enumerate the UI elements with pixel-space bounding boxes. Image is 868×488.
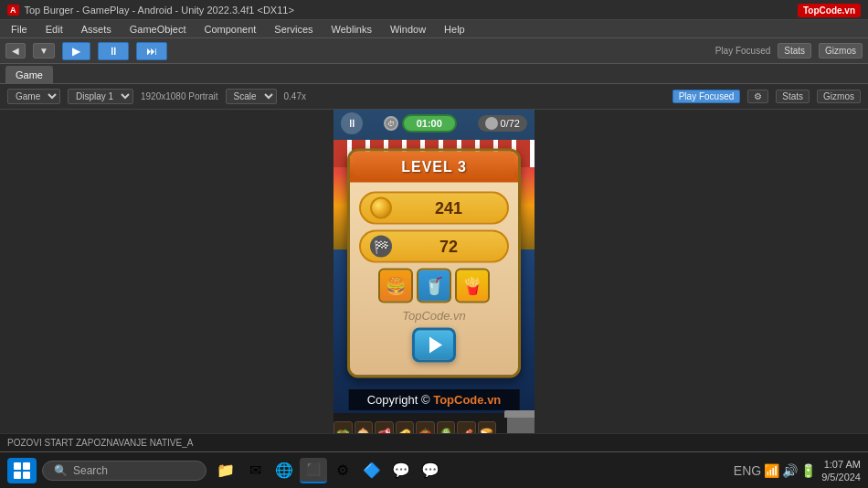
scale-value: 0.47x <box>284 91 306 101</box>
game-tabs: Game <box>0 64 868 84</box>
menu-help[interactable]: Help <box>440 22 469 37</box>
title-bar-left: A Top Burger - GamePlay - Android - Unit… <box>7 5 294 16</box>
taskbar-discord-icon[interactable]: 💬 <box>417 458 444 483</box>
scale-select[interactable]: Scale <box>226 89 277 104</box>
display-number-select[interactable]: Display 1 <box>68 89 133 104</box>
taskbar-chat-icon[interactable]: 💬 <box>387 458 415 483</box>
watermark-text: TopCode.vn <box>350 309 518 323</box>
coin-stat-row: 241 <box>359 192 509 225</box>
play-focused-button[interactable]: Play Focused <box>672 90 741 103</box>
timer-display: 01:00 <box>402 114 457 133</box>
title-bar-logo: A <box>7 5 19 16</box>
menu-services[interactable]: Services <box>270 22 316 37</box>
title-bar-title: Top Burger - GamePlay - Android - Unity … <box>25 5 294 16</box>
menu-window[interactable]: Window <box>386 22 429 37</box>
menu-gameobject[interactable]: GameObject <box>126 22 190 37</box>
tab-game[interactable]: Game <box>5 66 53 83</box>
pause-icon[interactable]: ⏸ <box>341 112 363 134</box>
menu-bar: File Edit Assets GameObject Component Se… <box>0 20 868 38</box>
status-text: POZOVI START ZAPOZNAVANJE NATIVE_A <box>7 438 193 448</box>
taskbar: 🔍 Search 📁 ✉ 🌐 ⬛ ⚙ 🔷 💬 💬 ENG 📶 🔊 🔋 1:07 … <box>0 451 868 488</box>
clock-icon: ⏱ <box>384 116 398 131</box>
items-row: 🍔 🥤 🍟 <box>359 269 509 303</box>
wifi-icon[interactable]: 📶 <box>764 463 779 478</box>
flag-value: 72 <box>399 237 498 256</box>
gizmos-toggle[interactable]: Gizmos <box>817 90 861 103</box>
taskbar-time-value: 1:07 AM <box>821 458 861 471</box>
toolbar-undo[interactable]: ◀ <box>5 43 26 58</box>
play-button-container <box>350 328 518 363</box>
taskbar-app-icons: 📁 ✉ 🌐 ⬛ ⚙ 🔷 💬 💬 <box>212 458 444 483</box>
step-button[interactable]: ⏭ <box>136 42 167 60</box>
content-area: ⏸ ⏱ 01:00 0/72 LEVEL 3 24 <box>0 110 868 451</box>
sound-icon[interactable]: 🔊 <box>782 463 798 478</box>
menu-component[interactable]: Component <box>200 22 259 37</box>
search-placeholder-text: Search <box>73 464 108 477</box>
trash-lid <box>504 410 535 418</box>
menu-weblinks[interactable]: Weblinks <box>328 22 376 37</box>
menu-assets[interactable]: Assets <box>78 22 115 37</box>
notification-area: ENG 📶 🔊 🔋 <box>734 463 816 478</box>
dark-right-panel <box>535 110 868 451</box>
play-focused-label: Play Focused <box>715 46 771 56</box>
language-icon[interactable]: ENG <box>734 463 761 478</box>
title-bar: A Top Burger - GamePlay - Android - Unit… <box>0 0 868 20</box>
taskbar-date-value: 9/5/2024 <box>821 471 861 483</box>
resolution-label: 1920x1080 Portrait <box>141 91 218 101</box>
viewport-row: Game Display 1 1920x1080 Portrait Scale … <box>0 84 868 110</box>
stats-toggle[interactable]: ⚙ <box>747 90 768 103</box>
pause-button[interactable]: ⏸ <box>98 42 129 60</box>
taskbar-clock: 1:07 AM 9/5/2024 <box>821 458 861 483</box>
topcode-logo: TopCode.vn <box>798 4 861 17</box>
coin-value: 241 <box>399 198 498 217</box>
taskbar-settings-icon[interactable]: ⚙ <box>329 458 356 483</box>
menu-edit[interactable]: Edit <box>42 22 67 37</box>
stats-button[interactable]: Stats <box>778 43 811 58</box>
taskbar-browser1-icon[interactable]: 🌐 <box>270 458 298 483</box>
flag-icon: 🏁 <box>370 236 392 258</box>
game-hud-bar: ⏸ ⏱ 01:00 0/72 <box>333 110 535 140</box>
status-bar: POZOVI START ZAPOZNAVANJE NATIVE_A <box>0 433 868 451</box>
start-button[interactable] <box>7 458 37 483</box>
taskbar-mail-icon[interactable]: ✉ <box>241 458 269 483</box>
taskbar-explorer-icon[interactable]: 📁 <box>212 458 239 483</box>
burger-item: 🍔 <box>378 269 413 303</box>
taskbar-unity-icon[interactable]: ⬛ <box>300 458 327 483</box>
toolbar: ◀ ▼ ▶ ⏸ ⏭ Play Focused Stats Gizmos <box>0 38 868 64</box>
copyright-overlay: Copyright © TopCode.vn <box>349 389 520 410</box>
play-game-button[interactable] <box>412 328 456 363</box>
taskbar-browser2-icon[interactable]: 🔷 <box>358 458 386 483</box>
flag-stat-row: 🏁 72 <box>359 230 509 263</box>
display-select[interactable]: Game <box>7 89 60 104</box>
toolbar-dropdown[interactable]: ▼ <box>33 43 55 58</box>
fries-item: 🍟 <box>455 269 490 303</box>
play-triangle-icon <box>429 337 442 354</box>
level-title: LEVEL 3 <box>350 159 518 175</box>
coin-icon <box>370 197 392 219</box>
windows-logo-icon <box>14 462 30 479</box>
copyright-brand: TopCode.vn <box>433 393 501 407</box>
battery-icon[interactable]: 🔋 <box>800 463 816 478</box>
drink-item: 🥤 <box>417 269 451 303</box>
taskbar-search-box[interactable]: 🔍 Search <box>42 461 206 481</box>
score-icon <box>485 117 498 130</box>
dark-left-panel <box>0 110 333 451</box>
stats-panel-button[interactable]: Stats <box>776 90 810 103</box>
score-value: 0/72 <box>501 118 520 129</box>
menu-file[interactable]: File <box>7 22 31 37</box>
score-badge: 0/72 <box>478 115 527 132</box>
gizmos-button[interactable]: Gizmos <box>819 43 863 58</box>
search-icon: 🔍 <box>54 464 68 477</box>
level-panel: LEVEL 3 241 🏁 72 🍔 🥤 🍟 TopCode.vn <box>347 149 521 378</box>
level-header: LEVEL 3 <box>350 152 518 183</box>
copyright-text: Copyright © TopCode.vn <box>367 393 502 407</box>
play-button[interactable]: ▶ <box>62 42 90 60</box>
